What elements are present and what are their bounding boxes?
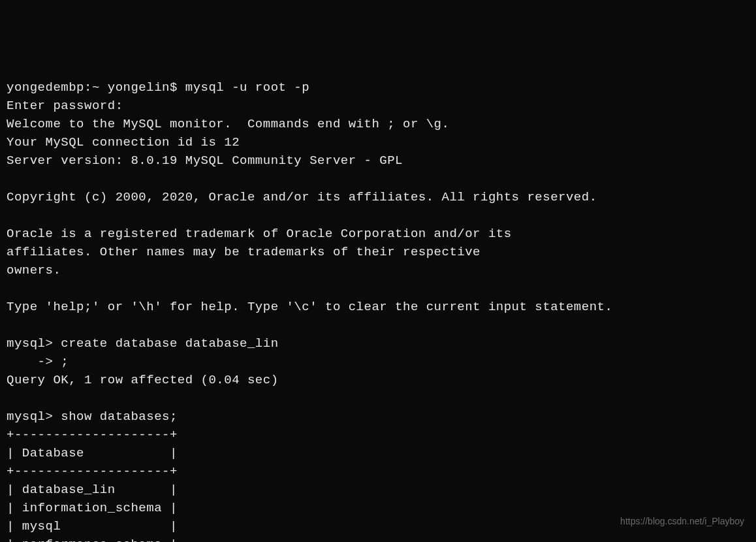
terminal-line: | information_schema | xyxy=(7,501,178,515)
terminal-line: | Database | xyxy=(7,446,178,460)
terminal-line: +--------------------+ xyxy=(7,464,178,479)
terminal-line: owners. xyxy=(7,263,61,278)
terminal-line: yongedembp:~ yongelin$ mysql -u root -p xyxy=(7,80,309,95)
terminal-output[interactable]: yongedembp:~ yongelin$ mysql -u root -p … xyxy=(7,78,749,542)
terminal-line: Copyright (c) 2000, 2020, Oracle and/or … xyxy=(7,190,597,204)
terminal-line: Enter password: xyxy=(7,99,131,113)
terminal-line: Your MySQL connection id is 12 xyxy=(7,135,240,150)
terminal-line: Server version: 8.0.19 MySQL Community S… xyxy=(7,153,403,168)
terminal-line: | database_lin | xyxy=(7,483,178,497)
terminal-line: -> ; xyxy=(7,355,69,369)
terminal-line: Welcome to the MySQL monitor. Commands e… xyxy=(7,117,449,131)
terminal-line: mysql> show databases; xyxy=(7,409,178,424)
terminal-line: +--------------------+ xyxy=(7,428,178,442)
terminal-line: Oracle is a registered trademark of Orac… xyxy=(7,227,512,241)
terminal-line: | performance_schema | xyxy=(7,537,178,542)
terminal-line: affiliates. Other names may be trademark… xyxy=(7,245,480,259)
terminal-line: mysql> create database database_lin xyxy=(7,336,279,351)
terminal-line: Query OK, 1 row affected (0.04 sec) xyxy=(7,373,279,387)
watermark-text: https://blog.csdn.net/i_Playboy xyxy=(620,512,744,530)
terminal-line: | mysql | xyxy=(7,519,178,534)
terminal-line: Type 'help;' or '\h' for help. Type '\c'… xyxy=(7,300,612,314)
